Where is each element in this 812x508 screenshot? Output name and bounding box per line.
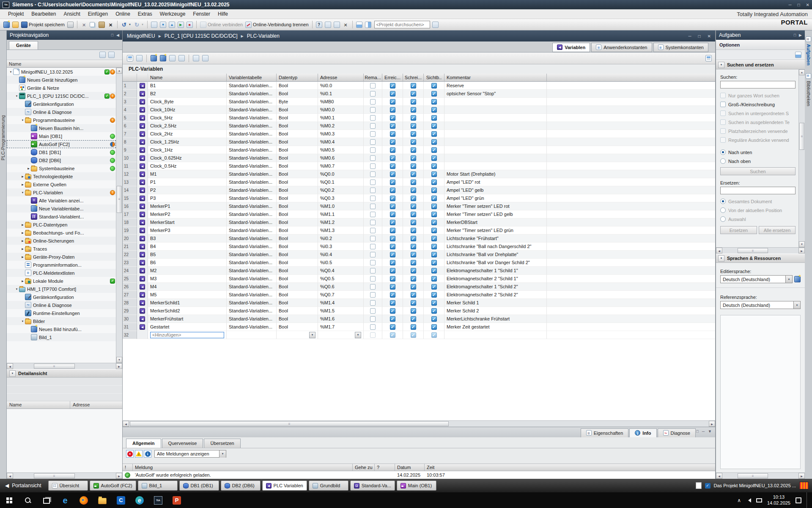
accessible-checkbox[interactable]	[390, 147, 395, 153]
float-panel-icon[interactable]: □	[111, 33, 113, 37]
cell-name[interactable]: Clock_2Hz	[148, 130, 227, 138]
cell-datentyp[interactable]: Bool	[277, 291, 318, 299]
retain-checkbox[interactable]	[370, 268, 376, 273]
accessible-checkbox[interactable]	[390, 188, 395, 193]
accessible-checkbox[interactable]	[390, 316, 395, 322]
taskbar-app[interactable]	[0, 492, 19, 508]
menu-item[interactable]: Einfügen	[84, 10, 112, 18]
expander-icon[interactable]: ▼	[14, 95, 19, 97]
writable-checkbox[interactable]	[411, 196, 416, 201]
cell-datentyp[interactable]: Bool	[277, 186, 318, 194]
add-tag-cell[interactable]: <Hinzufügen>	[150, 332, 224, 338]
retain-checkbox[interactable]	[370, 196, 376, 201]
writable-checkbox[interactable]	[411, 107, 416, 113]
col-header-name[interactable]: Name	[148, 74, 227, 82]
retain-checkbox[interactable]	[370, 228, 376, 233]
table-row[interactable]: 9 Clock_1Hz Standard-Variablen... Bool %…	[123, 146, 715, 154]
cell-datentyp[interactable]: Bool	[277, 210, 318, 218]
tree-item[interactable]: Main [OB1]	[7, 132, 116, 140]
retain-checkbox[interactable]	[370, 276, 376, 282]
cell-adresse[interactable]: %I0.0	[318, 82, 364, 90]
cell-datentyp[interactable]: Bool	[277, 307, 318, 315]
table-row[interactable]: 12 M1 Standard-Variablen... Bool %Q0.0 M…	[123, 170, 715, 178]
cell-adresse[interactable]: %M0.4	[318, 138, 364, 146]
visible-checkbox[interactable]	[431, 139, 437, 145]
retain-checkbox[interactable]	[370, 99, 376, 105]
toolbar-button[interactable]: ▼	[147, 21, 148, 28]
cell-kommentar[interactable]	[444, 146, 547, 154]
tree-item[interactable]: Neues Gerät hinzufügen	[7, 76, 116, 84]
writable-checkbox[interactable]	[411, 300, 416, 306]
cell-name[interactable]: MerkerFrühstart	[148, 315, 227, 323]
writable-checkbox[interactable]	[411, 260, 416, 265]
cell-kommentar[interactable]: Merker Zeit gestartet	[444, 323, 547, 331]
table-row[interactable]: 10 Clock_0.625Hz Standard-Variablen... B…	[123, 154, 715, 162]
cell-datentyp[interactable]: Bool	[277, 259, 318, 267]
accessible-checkbox[interactable]	[390, 83, 395, 88]
cell-kommentar[interactable]: Elektromagnetschalter 1 "Schild 2"	[444, 283, 547, 291]
table-toolbar-button[interactable]	[135, 55, 143, 62]
expander-icon[interactable]: ▶	[20, 175, 25, 178]
scroll-left-icon[interactable]: ◀	[7, 473, 13, 479]
retain-checkbox[interactable]	[370, 300, 376, 306]
visible-checkbox[interactable]	[431, 131, 437, 137]
cell-datentyp[interactable]: Bool	[277, 251, 318, 259]
inspector-subtab[interactable]: Allgemein	[126, 439, 161, 448]
accessible-checkbox[interactable]	[390, 260, 395, 265]
tree-item[interactable]: DB2 [DB6]	[7, 156, 116, 164]
window-option-icon[interactable]	[795, 52, 801, 58]
find-option-checkbox[interactable]: Platzhalterzeichen verwende	[720, 127, 796, 135]
search-project-icon[interactable]	[432, 22, 439, 28]
toolbar-button[interactable]: ▼	[342, 21, 350, 28]
cell-variablentabelle[interactable]: Standard-Variablen...	[227, 170, 277, 178]
writable-checkbox[interactable]	[411, 252, 416, 257]
cell-variablentabelle[interactable]: Standard-Variablen...	[227, 138, 277, 146]
cell-datentyp[interactable]: Byte	[277, 98, 318, 106]
cell-variablentabelle[interactable]: Standard-Variablen...	[227, 106, 277, 114]
table-toolbar-button[interactable]	[178, 55, 186, 62]
cell-name[interactable]: P1	[148, 178, 227, 186]
expander-icon[interactable]: ▶	[20, 223, 25, 226]
cell-name[interactable]: Clock_Byte	[148, 98, 227, 106]
writable-checkbox[interactable]	[411, 308, 416, 314]
find-horizontal-scrollbar[interactable]: ◀ ≡ ▶	[716, 247, 805, 254]
cell-datentyp[interactable]: Bool	[277, 170, 318, 178]
open-editor-button[interactable]: Bild_1	[138, 480, 178, 491]
table-row[interactable]: 28 MerkerSchild1 Standard-Variablen... B…	[123, 299, 715, 307]
col-header-variablentabelle[interactable]: Variablentabelle	[227, 74, 277, 82]
accessible-checkbox[interactable]	[390, 228, 395, 233]
tree-item[interactable]: Programminformation...	[7, 261, 116, 269]
cell-kommentar[interactable]: MerkerLichtschranke Frühstart	[444, 315, 547, 323]
cell-kommentar[interactable]: Lichtschranke "Ball vor Danger Schild 2"	[444, 259, 547, 267]
toolbar-button[interactable]: ▼	[66, 21, 74, 28]
expander-icon[interactable]: ▶	[20, 279, 25, 282]
cell-adresse[interactable]: %M0.3	[318, 130, 364, 138]
search-direction-radio[interactable]: Nach oben	[720, 157, 796, 166]
retain-checkbox[interactable]	[370, 91, 376, 97]
editor-tab[interactable]: Systemkonstanten	[653, 43, 709, 52]
scroll-left-icon[interactable]: ◀	[123, 421, 129, 427]
cell-name[interactable]: P2	[148, 186, 227, 194]
accessible-checkbox[interactable]	[390, 212, 395, 217]
retain-checkbox[interactable]	[370, 179, 376, 185]
detail-col-name[interactable]: Name	[7, 401, 70, 409]
toolbar-button[interactable]: Projekt speichern ▼	[20, 21, 66, 28]
cell-adresse[interactable]: %I0.3	[318, 243, 364, 251]
accessible-checkbox[interactable]	[390, 268, 395, 273]
tree-item[interactable]: ▶ Lokale Module	[7, 277, 116, 285]
cell-name[interactable]: M3	[148, 275, 227, 283]
tree-item[interactable]: ▶ Geräte-Proxy-Daten	[7, 253, 116, 261]
table-row[interactable]: 5 Clock_5Hz Standard-Variablen... Bool %…	[123, 114, 715, 122]
cell-variablentabelle[interactable]: Standard-Variablen...	[227, 259, 277, 267]
visible-checkbox[interactable]	[431, 308, 437, 314]
cell-adresse[interactable]: %Q0.0	[318, 170, 364, 178]
cell-adresse[interactable]: %Q0.2	[318, 186, 364, 194]
table-horizontal-scrollbar[interactable]: ◀ ≡ ▶	[123, 420, 715, 427]
visible-checkbox[interactable]	[431, 179, 437, 185]
dropdown-arrow-icon[interactable]: ▼	[793, 301, 800, 309]
cell-name[interactable]: B2	[148, 90, 227, 98]
tray-expand-icon[interactable]: ∧	[737, 497, 741, 503]
retain-checkbox[interactable]	[370, 107, 376, 113]
cell-kommentar[interactable]: Ampel "LED" rot	[444, 178, 547, 186]
breadcrumb-item[interactable]: PLC-Variablen	[247, 33, 280, 39]
